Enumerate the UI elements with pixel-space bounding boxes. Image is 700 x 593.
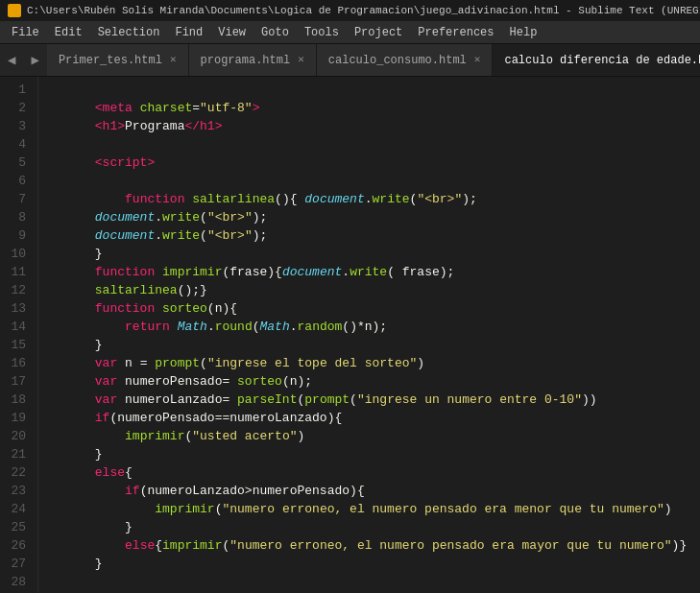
tab-calculo-diferencia[interactable]: calculo diferencia de edade.html ✕ [493, 44, 700, 76]
tab-label: calculo diferencia de edade.html [504, 54, 700, 67]
code-line: var n = prompt("ingrese el tope del sort… [50, 336, 700, 354]
menu-project[interactable]: Project [347, 24, 410, 41]
nav-forward[interactable]: ▶ [23, 44, 46, 76]
code-line: if(numeroLanzado>numeroPensado){ [50, 463, 700, 482]
title-text: C:\Users\Rubén Solís Miranda\Documents\L… [27, 5, 700, 16]
tab-bar: ◀ ▶ Primer_tes.html ✕ programa.html ✕ ca… [0, 44, 700, 77]
nav-back[interactable]: ◀ [0, 44, 23, 76]
tab-calculo-consumo[interactable]: calculo_consumo.html ✕ [317, 44, 494, 76]
menu-file[interactable]: File [4, 24, 47, 41]
tab-close[interactable]: ✕ [170, 55, 177, 65]
tab-programa[interactable]: programa.html ✕ [189, 44, 317, 76]
menu-goto[interactable]: Goto [253, 24, 297, 41]
code-line [50, 555, 700, 573]
tab-label: calculo_consumo.html [328, 54, 467, 67]
menu-help[interactable]: Help [502, 24, 545, 41]
code-line: else{ [50, 445, 700, 463]
menu-selection[interactable]: Selection [90, 24, 168, 41]
title-bar: C:\Users\Rubén Solís Miranda\Documents\L… [0, 0, 700, 21]
menu-find[interactable]: Find [167, 24, 210, 41]
menu-edit[interactable]: Edit [47, 24, 90, 41]
code-line: <meta charset="utf-8"> [50, 81, 700, 99]
code-line: <script> [50, 135, 700, 154]
tab-close[interactable]: ✕ [298, 55, 304, 65]
tab-close[interactable]: ✕ [474, 55, 481, 65]
menu-view[interactable]: View [210, 24, 253, 41]
editor[interactable]: 1 2 3 4 5 6 7 8 9 10 11 12 13 14 15 16 1… [0, 77, 700, 593]
tab-primer[interactable]: Primer_tes.html ✕ [47, 44, 189, 76]
menu-tools[interactable]: Tools [297, 24, 347, 41]
tab-label: programa.html [201, 54, 291, 67]
tab-label: Primer_tes.html [59, 54, 162, 67]
code-line: </script> [50, 573, 700, 591]
code-line: function saltarlinea(){ document.write("… [50, 172, 700, 190]
menu-bar: File Edit Selection Find View Goto Tools… [0, 21, 700, 44]
code-line: else{imprimir("numero erroneo, el numero… [50, 518, 700, 536]
code-line: function imprimir(frase){document.write(… [50, 245, 700, 263]
app-icon [8, 4, 21, 17]
menu-preferences[interactable]: Preferences [410, 24, 501, 41]
code-area[interactable]: <meta charset="utf-8"> <h1>Programa</h1>… [38, 77, 700, 593]
line-numbers: 1 2 3 4 5 6 7 8 9 10 11 12 13 14 15 16 1… [0, 77, 38, 593]
